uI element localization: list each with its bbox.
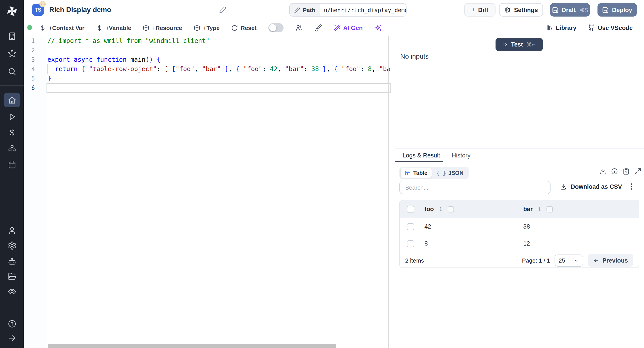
result-view-toggle: Table { } JSON bbox=[399, 167, 469, 179]
deploy-button[interactable]: Deploy bbox=[598, 3, 637, 16]
tab-history[interactable]: History bbox=[452, 152, 470, 159]
add-type-button[interactable]: +Type bbox=[194, 24, 220, 31]
schedules-calendar-icon[interactable] bbox=[0, 156, 24, 173]
result-actions bbox=[599, 168, 641, 175]
download-csv-button[interactable]: Download as CSV bbox=[560, 184, 622, 190]
view-json-button[interactable]: { } JSON bbox=[432, 170, 468, 176]
path-pencil-icon bbox=[294, 7, 300, 13]
table-icon bbox=[405, 170, 411, 176]
favorites-star-icon[interactable] bbox=[0, 45, 24, 61]
row-checkbox[interactable] bbox=[407, 240, 414, 247]
column-header-foo[interactable]: foo bbox=[424, 206, 434, 212]
test-button[interactable]: Test ⌘↵ bbox=[496, 38, 543, 51]
use-vscode-button[interactable]: Use VScode bbox=[588, 24, 633, 31]
baby-emoji-badge bbox=[39, 1, 46, 7]
add-context-var-button[interactable]: +Context Var bbox=[39, 24, 84, 31]
toolbar-right: Library Use VScode bbox=[546, 22, 633, 34]
diff-mode-toggle[interactable] bbox=[268, 23, 283, 32]
user-icon[interactable] bbox=[0, 222, 24, 238]
draft-shortcut: ⌘S bbox=[579, 6, 588, 13]
toggle-knob bbox=[269, 24, 276, 31]
info-icon[interactable] bbox=[611, 168, 618, 175]
panel-divider bbox=[395, 148, 644, 148]
add-variable-button[interactable]: +Variable bbox=[96, 24, 131, 31]
format-brush-icon[interactable] bbox=[314, 24, 322, 32]
cell-foo: 8 bbox=[421, 240, 520, 247]
table-search[interactable] bbox=[399, 181, 550, 194]
windmill-script-editor: TS Rich Display demo Path u/henri/rich_d… bbox=[0, 0, 644, 348]
workspace-building-icon[interactable] bbox=[0, 28, 24, 44]
runs-play-icon[interactable] bbox=[0, 109, 24, 125]
settings-button[interactable]: Settings bbox=[499, 3, 543, 16]
path-field[interactable]: Path u/henri/rich_display_demo bbox=[289, 3, 406, 16]
table-row: 42 38 bbox=[400, 218, 639, 235]
add-resource-button[interactable]: +Resource bbox=[143, 24, 182, 31]
sparkles-icon[interactable] bbox=[374, 24, 382, 32]
view-table-button[interactable]: Table bbox=[400, 168, 432, 178]
path-label: Path bbox=[303, 6, 315, 13]
draft-button[interactable]: Draft ⌘S bbox=[550, 3, 590, 16]
help-icon[interactable] bbox=[0, 316, 24, 332]
resources-boxes-icon[interactable] bbox=[0, 140, 24, 156]
cell-bar: 12 bbox=[520, 240, 530, 247]
package-icon bbox=[143, 24, 150, 31]
expand-result-icon[interactable] bbox=[634, 168, 641, 175]
audit-eye-icon[interactable] bbox=[0, 284, 24, 300]
library-icon bbox=[546, 24, 553, 31]
json-braces-icon: { } bbox=[436, 170, 446, 176]
search-icon[interactable] bbox=[0, 64, 24, 80]
sort-icon[interactable] bbox=[438, 206, 444, 212]
edit-summary-pencil-icon[interactable] bbox=[219, 6, 226, 14]
arrow-left-icon bbox=[593, 257, 599, 264]
sidebar-divider bbox=[0, 86, 24, 86]
sidebar bbox=[0, 0, 24, 348]
collapse-arrow-icon[interactable] bbox=[0, 330, 24, 346]
download-result-icon[interactable] bbox=[599, 168, 606, 175]
table-footer: 2 items Page: 1 / 1 25 Previous bbox=[400, 252, 639, 268]
select-all-checkbox[interactable] bbox=[407, 206, 414, 213]
no-inputs-label: No inputs bbox=[400, 52, 429, 60]
editor-right-edge bbox=[388, 36, 389, 348]
library-button[interactable]: Library bbox=[546, 24, 576, 31]
column-toggle-checkbox[interactable] bbox=[546, 206, 553, 212]
page-title: Rich Display demo bbox=[49, 6, 111, 14]
vscode-github-icon bbox=[588, 24, 595, 31]
horizontal-scrollbar[interactable] bbox=[48, 344, 336, 348]
code-lines: // import * as wmill from "windmill-clie… bbox=[48, 36, 391, 92]
folders-icon[interactable] bbox=[0, 268, 24, 284]
ai-gen-button[interactable]: AI Gen bbox=[334, 24, 363, 31]
cell-bar: 38 bbox=[520, 223, 530, 230]
variables-dollar-icon[interactable] bbox=[0, 125, 24, 141]
code-editor[interactable]: // import * as wmill from "windmill-clie… bbox=[48, 36, 391, 99]
search-input[interactable] bbox=[404, 184, 546, 191]
line-numbers: 1 2 3 4 5 6 bbox=[25, 36, 35, 92]
diff-button[interactable]: ± Diff bbox=[464, 3, 496, 16]
page-size-select[interactable]: 25 bbox=[554, 254, 583, 266]
page-indicator: Page: 1 / 1 bbox=[522, 257, 550, 264]
multiplayer-users-icon[interactable] bbox=[295, 24, 302, 32]
table-row: 8 12 bbox=[400, 235, 639, 252]
reset-button[interactable]: Reset bbox=[231, 24, 256, 31]
row-checkbox[interactable] bbox=[407, 223, 414, 230]
tab-logs-result[interactable]: Logs & Result bbox=[402, 152, 440, 159]
table-menu-kebab[interactable] bbox=[630, 184, 632, 190]
home-icon[interactable] bbox=[0, 92, 24, 108]
package-icon bbox=[194, 24, 200, 31]
column-toggle-checkbox[interactable] bbox=[448, 206, 454, 212]
cell-foo: 42 bbox=[421, 223, 520, 230]
save-icon bbox=[602, 6, 609, 13]
test-shortcut: ⌘↵ bbox=[526, 41, 536, 48]
play-icon bbox=[502, 42, 508, 48]
copy-result-icon[interactable] bbox=[622, 168, 630, 175]
path-value[interactable]: u/henri/rich_display_demo bbox=[320, 6, 406, 13]
workers-robot-icon[interactable] bbox=[0, 253, 24, 269]
windmill-logo[interactable] bbox=[0, 3, 24, 19]
dollar-icon bbox=[39, 24, 46, 31]
sort-icon[interactable] bbox=[537, 206, 542, 212]
column-header-bar[interactable]: bar bbox=[523, 206, 533, 212]
save-icon bbox=[552, 6, 558, 13]
download-icon bbox=[560, 184, 567, 190]
active-tab-underline bbox=[395, 161, 443, 162]
settings-gear-icon[interactable] bbox=[0, 238, 24, 254]
previous-page-button[interactable]: Previous bbox=[588, 254, 633, 266]
